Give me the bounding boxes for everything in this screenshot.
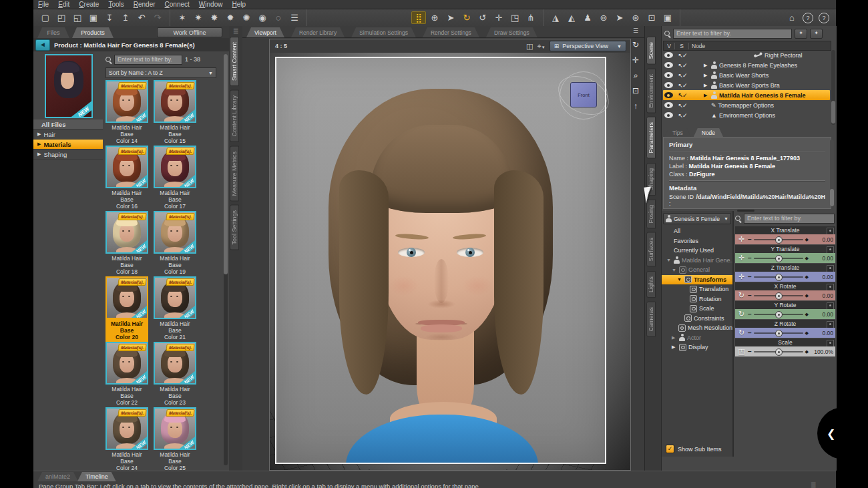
figure-selector-dropdown[interactable]: Genesis 8 Female ▼ (663, 213, 731, 224)
eye-icon[interactable] (664, 102, 673, 108)
dock-tab-tool-settings[interactable]: Tool Settings (230, 205, 239, 250)
scene-list-icon[interactable]: ☰ (287, 11, 302, 24)
scale-tool-icon[interactable]: ◳ (507, 11, 522, 24)
tab-animate2[interactable]: aniMate2 (37, 472, 78, 481)
node-info-scrollbar[interactable] (830, 140, 834, 206)
help-icon[interactable]: ? (819, 13, 829, 23)
menu-tools[interactable]: Tools (103, 1, 128, 8)
scene-node-row[interactable]: ↖✓▶Genesis 8 Female Eyelashes (663, 60, 830, 70)
slider-thumb[interactable] (775, 236, 783, 244)
orbit-icon[interactable]: ↻ (632, 40, 639, 49)
show-sub-items-checkbox[interactable]: ✓ (666, 445, 674, 453)
scene-filter-input[interactable] (673, 29, 792, 39)
category-materials[interactable]: ▶Materials (33, 140, 103, 150)
eye-icon[interactable] (664, 82, 673, 88)
save-as-icon[interactable]: ◱ (70, 11, 85, 24)
export-icon[interactable]: ↥ (118, 11, 133, 24)
parameter-gear-icon[interactable] (827, 321, 834, 328)
filter-expand-button[interactable]: ✦ (810, 29, 823, 39)
slider-track[interactable] (754, 346, 803, 356)
twist-tool-icon[interactable]: ↺ (475, 11, 490, 24)
redo-icon[interactable]: ↷ (150, 11, 165, 24)
aspect-frame-toggle-icon[interactable]: ◫ (526, 42, 533, 51)
slider-track[interactable] (754, 272, 803, 282)
slider-track[interactable] (754, 309, 803, 319)
cursor-check-icon[interactable]: ↖✓ (678, 92, 686, 99)
new-null-icon[interactable]: ◌ (271, 11, 286, 24)
material-thumbnail[interactable]: Material(s).NEW (154, 276, 196, 319)
material-thumbnail[interactable]: Material(s).NEW (105, 342, 148, 385)
slider-track[interactable] (754, 328, 803, 338)
dock-tab-lights[interactable]: Lights (646, 271, 656, 298)
category-all-files[interactable]: All Files (33, 119, 103, 130)
tab-node[interactable]: Node (694, 128, 723, 137)
material-thumbnail[interactable]: Material(s).NEW (154, 146, 196, 188)
scene-scrollbar[interactable] (831, 50, 835, 125)
universal-tool-icon[interactable]: ⊕ (427, 11, 442, 24)
parameter-gear-icon[interactable] (827, 246, 834, 254)
cursor-check-icon[interactable]: ↖✓ (678, 112, 686, 119)
parameter-gear-icon[interactable] (827, 228, 834, 235)
material-thumbnail[interactable]: Material(s).NEW (105, 276, 148, 319)
carousel-prev-button[interactable]: ❮ (817, 407, 868, 459)
param-group-mesh-resolution[interactable]: Mesh Resolution (662, 323, 732, 333)
param-group-transforms[interactable]: ▼Transforms (662, 275, 732, 285)
nudge-minus-button[interactable]: − (748, 310, 752, 318)
rotate-tool-icon[interactable]: ↻ (459, 11, 474, 24)
surface-selection-icon[interactable]: ◮ (548, 11, 563, 24)
tab-timeline[interactable]: Timeline (77, 472, 116, 481)
open-file-icon[interactable]: ◰ (54, 11, 69, 24)
parameter-gear-icon[interactable] (827, 265, 834, 272)
material-item[interactable]: Material(s).NEWMatilda Hair BaseColor 20 (105, 276, 148, 342)
new-spotlight-icon[interactable]: ✷ (191, 11, 206, 24)
category-shaping[interactable]: ▶Shaping (33, 150, 103, 160)
node-camera-icon[interactable]: ⊚ (596, 11, 611, 24)
home-view-icon[interactable]: ↑ (634, 101, 638, 111)
material-thumbnail[interactable]: Material(s).NEW (154, 407, 196, 450)
filter-collapse-button[interactable]: ✦ (795, 29, 807, 39)
menu-file[interactable]: File (33, 1, 53, 8)
cursor-check-icon[interactable]: ↖✓ (678, 82, 686, 89)
menu-window[interactable]: Window (194, 1, 228, 8)
node-selection-tool-icon[interactable]: ⣿ (411, 11, 426, 24)
param-group-scale[interactable]: Scale (662, 304, 732, 314)
expand-caret-icon[interactable]: ▶ (704, 83, 709, 88)
surface-settings-icon[interactable]: ⊛ (628, 11, 643, 24)
render-camera-icon[interactable]: ▣ (660, 11, 675, 24)
import-icon[interactable]: ↧ (102, 11, 117, 24)
material-thumbnail[interactable]: Material(s).NEW (105, 146, 148, 188)
menu-connect[interactable]: Connect (160, 1, 194, 8)
material-thumbnail[interactable]: Material(s).NEW (154, 80, 196, 123)
param-group-constraints[interactable]: Constraints (662, 314, 732, 324)
daz-home-icon[interactable]: ⌂ (785, 11, 799, 24)
pane-menu-icon[interactable]: ☰ (811, 482, 816, 488)
aspect-frame-icon[interactable]: ⊡ (632, 86, 639, 95)
nudge-plus-button[interactable]: ◆ (805, 312, 809, 317)
content-scrollbar[interactable] (224, 54, 228, 465)
material-item[interactable]: Material(s).NEWMatilda Hair BaseColor 15 (154, 80, 196, 146)
tab-files[interactable]: Files (37, 27, 69, 38)
tab-draw-settings[interactable]: Draw Settings (486, 27, 537, 37)
slider-track[interactable] (754, 290, 803, 300)
nudge-minus-button[interactable]: − (748, 348, 752, 355)
whats-this-icon[interactable]: ? (803, 13, 813, 23)
node-pointer-tool-icon[interactable]: ➤ (443, 11, 458, 24)
material-item[interactable]: Material(s).NEWMatilda Hair BaseColor 18 (105, 211, 148, 276)
eye-icon[interactable] (664, 92, 673, 98)
joint-editor-icon[interactable]: ⋔ (523, 11, 538, 24)
view-selector-dropdown[interactable]: ⊞ Perspective View ▼ (550, 41, 626, 51)
translate-tool-icon[interactable]: ✛ (491, 11, 506, 24)
menu-create[interactable]: Create (74, 1, 103, 8)
nudge-minus-button[interactable]: − (748, 273, 752, 280)
new-camera-view-icon[interactable]: ◉ (255, 11, 270, 24)
zoom-icon[interactable]: ⌕ (634, 71, 638, 80)
slider-thumb[interactable] (775, 255, 783, 262)
nudge-plus-button[interactable]: ◆ (805, 349, 809, 354)
slider-thumb[interactable] (775, 292, 783, 300)
slider-thumb[interactable] (775, 348, 783, 356)
dock-tab-posing[interactable]: Posing (646, 200, 656, 229)
material-item[interactable]: Material(s).NEWMatilda Hair BaseColor 24 (105, 407, 148, 470)
material-thumbnail[interactable]: Material(s).NEW (154, 342, 196, 385)
menu-help[interactable]: Help (227, 1, 250, 8)
material-item[interactable]: Material(s).NEWMatilda Hair BaseColor 17 (154, 146, 196, 211)
